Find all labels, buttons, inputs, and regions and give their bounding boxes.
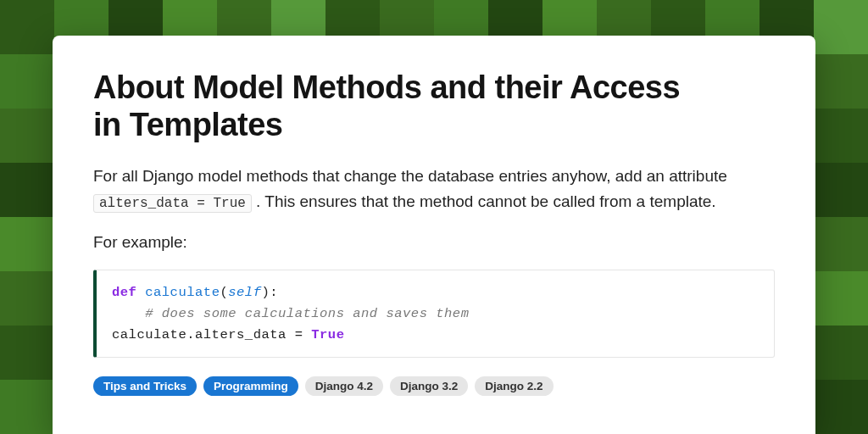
- code-punct: ):: [261, 285, 278, 300]
- code-keyword: def: [112, 285, 136, 300]
- article-title: About Model Methods and their Access in …: [93, 70, 704, 143]
- tag-row: Tips and Tricks Programming Django 4.2 D…: [93, 376, 775, 396]
- code-comment: # does some calculations and saves them: [145, 306, 469, 321]
- text-run: For all Django model methods that change…: [93, 167, 727, 185]
- code-block: def calculate(self): # does some calcula…: [93, 270, 775, 358]
- inline-code: alters_data = True: [93, 194, 252, 213]
- text-run: . This ensures that the method cannot be…: [252, 192, 716, 210]
- tag-version[interactable]: Django 3.2: [390, 376, 468, 396]
- article-paragraph-1: For all Django model methods that change…: [93, 164, 754, 214]
- code-function-name: calculate: [145, 285, 220, 300]
- article-paragraph-2: For example:: [93, 230, 754, 254]
- article-card: @DjangoTricks About Model Methods and th…: [53, 36, 815, 434]
- code-self: self: [228, 285, 261, 300]
- code-bool: True: [311, 327, 344, 342]
- tag-version[interactable]: Django 2.2: [475, 376, 553, 396]
- tag-primary[interactable]: Tips and Tricks: [93, 376, 197, 396]
- code-punct: (: [220, 285, 228, 300]
- tag-version[interactable]: Django 4.2: [305, 376, 383, 396]
- code-assign: calculate.alters_data =: [112, 327, 311, 342]
- tag-primary[interactable]: Programming: [203, 376, 298, 396]
